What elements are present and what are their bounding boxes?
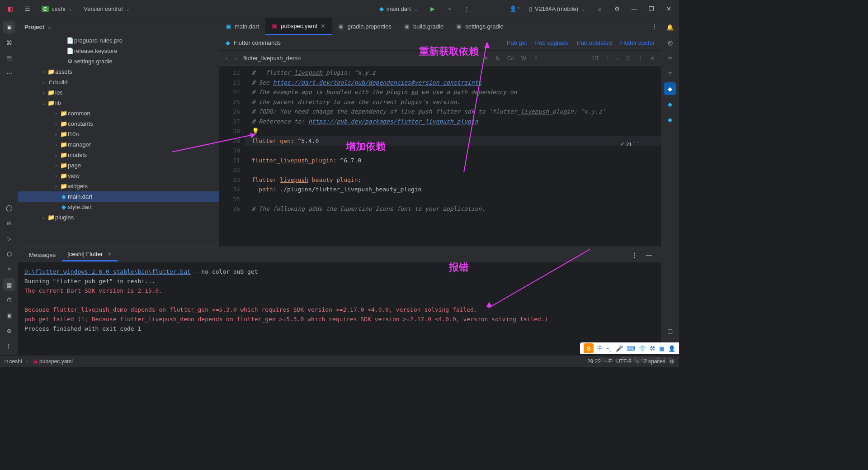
run-config-dropdown[interactable]: ◆ main.dart ⌄ <box>376 4 422 14</box>
run-tool-icon[interactable]: ▷ <box>3 232 15 245</box>
prev-match-icon[interactable]: ↑ <box>604 54 611 62</box>
chevron-right-icon[interactable]: › <box>224 54 229 62</box>
tree-item[interactable]: ⌄📁lib <box>18 98 219 108</box>
flutter-link[interactable]: Flutter doctor <box>620 39 655 46</box>
panel-options-icon[interactable]: ⋮ <box>627 248 641 261</box>
device-explorer-icon[interactable]: ▢ <box>664 324 676 337</box>
case-toggle[interactable]: Cc <box>505 54 516 62</box>
flutter-inspector-icon[interactable]: ◆ <box>664 82 676 95</box>
minimize-icon[interactable]: — <box>627 2 641 16</box>
ai-icon[interactable]: ◎ <box>664 36 676 49</box>
device-tool-icon[interactable]: ⎚ <box>3 217 15 229</box>
device-dropdown[interactable]: ▯ V2164A (mobile) ⌄ <box>525 4 590 14</box>
word-toggle[interactable]: W <box>519 54 528 62</box>
memory-icon[interactable]: ⊞ <box>670 358 675 365</box>
indent[interactable]: 2 spaces <box>644 358 665 365</box>
find-more-icon[interactable]: ⋮ <box>636 54 645 62</box>
bookmarks-tool-icon[interactable]: ▤ <box>3 52 15 64</box>
close-icon[interactable]: ✕ <box>321 23 326 29</box>
ime-lang[interactable]: 中 <box>597 344 603 352</box>
tree-item[interactable]: 📄release.keystore <box>18 46 219 56</box>
project-name-dropdown[interactable]: C ceshi ⌄ <box>38 4 76 14</box>
tree-item[interactable]: ›📁models <box>18 150 219 160</box>
version-control-dropdown[interactable]: Version control ⌄ <box>80 4 134 14</box>
project-panel-header[interactable]: Project ⌄ <box>18 18 219 35</box>
flutter-link[interactable]: Pub get <box>507 39 527 46</box>
editor-tab[interactable]: ▣gradle.properties <box>332 18 398 35</box>
messages-tab[interactable]: Messages <box>24 249 61 261</box>
notifications-icon[interactable]: 🔔 <box>664 21 676 33</box>
debug-icon[interactable]: ⌁ <box>443 2 457 16</box>
terminal-tool-icon[interactable]: ⏱ <box>3 294 15 306</box>
editor-tab[interactable]: ▣pubspec.yaml✕ <box>265 18 332 35</box>
controller-icon[interactable]: ◯ <box>3 201 15 214</box>
tree-item[interactable]: ›📁page <box>18 160 219 171</box>
messages-body[interactable]: D:\flutter_windows_2.8.0-stable\bin\flut… <box>18 262 661 355</box>
ime-user-icon[interactable]: 👤 <box>668 345 675 352</box>
search-icon[interactable]: ⌕ <box>593 2 607 16</box>
settings-icon[interactable]: ⚙ <box>610 2 624 16</box>
messages-tool-icon[interactable]: ▤ <box>3 278 15 291</box>
editor-tab[interactable]: ▣settings.gradle <box>450 18 510 35</box>
editor-tab[interactable]: ▣main.dart <box>219 18 265 35</box>
profiler-tool-icon[interactable]: ⌗ <box>3 263 15 275</box>
ime-skin-icon[interactable]: 👕 <box>639 345 646 352</box>
tree-item[interactable]: ›📁ios <box>18 87 219 98</box>
filter-icon[interactable]: ▽ <box>624 54 632 62</box>
build-tool-icon[interactable]: ▣ <box>3 309 15 322</box>
line-sep[interactable]: LF <box>605 358 612 365</box>
flutter-outline-icon[interactable]: ◆ <box>664 98 676 110</box>
project-tool-icon[interactable]: ▣ <box>3 21 15 33</box>
tree-item[interactable]: ›📁common <box>18 108 219 119</box>
main-menu-icon[interactable]: ☰ <box>21 2 34 16</box>
gradle-icon[interactable]: ⌗ <box>664 67 676 80</box>
flutter-perf-icon[interactable]: ◆ <box>664 113 676 126</box>
vcs-tool-icon[interactable]: ᚴ <box>3 340 15 352</box>
restore-icon[interactable]: ❐ <box>645 2 658 16</box>
tree-item[interactable]: ◆main.dart <box>18 191 219 202</box>
ime-voice-icon[interactable]: 🎤 <box>616 345 623 352</box>
ime-punct-icon[interactable]: •ˎ <box>607 345 612 352</box>
regex-toggle[interactable]: .* <box>532 54 539 62</box>
flutter-messages-tab[interactable]: [ceshi] Flutter ✕ <box>62 248 118 261</box>
encoding[interactable]: UTF-8 <box>616 358 632 365</box>
breadcrumb-file[interactable]: ▣ pubspec.yaml <box>33 358 73 365</box>
inspection-widget[interactable]: ✔ 21 ˆ ˅ <box>620 141 639 147</box>
tree-item[interactable]: ⚙settings.gradle <box>18 56 219 66</box>
breadcrumb-root[interactable]: □ ceshi <box>5 358 22 365</box>
structure-tool-icon[interactable]: ⌘ <box>3 36 15 49</box>
more-icon[interactable]: ⋮ <box>460 2 474 16</box>
problems-tool-icon[interactable]: ⊘ <box>3 324 15 337</box>
tree-item[interactable]: 📄proguard-rules.pro <box>18 35 219 46</box>
ime-bar[interactable]: S 中 •ˎ 🎤 ⌨ 👕 🛠 ▦ 👤 <box>580 342 679 354</box>
debug-tool-icon[interactable]: ⬡ <box>3 247 15 260</box>
next-match-icon[interactable]: ↓ <box>614 54 621 62</box>
clear-icon[interactable]: ✕ <box>482 54 490 62</box>
find-input[interactable] <box>243 55 478 62</box>
flutter-link[interactable]: Pub upgrade <box>535 39 569 46</box>
tree-item[interactable]: ›📁plugins <box>18 212 219 223</box>
close-find-icon[interactable]: ✕ <box>648 54 656 62</box>
tree-item[interactable]: ›🗀build <box>18 77 219 87</box>
flutter-link[interactable]: Pub outdated <box>577 39 612 46</box>
ime-tool-icon[interactable]: 🛠 <box>650 345 656 352</box>
tree-item[interactable]: ›📁widgets <box>18 181 219 191</box>
hide-panel-icon[interactable]: — <box>642 248 656 261</box>
tree-item[interactable]: ›📁l10n <box>18 129 219 139</box>
add-user-icon[interactable]: 👤⁺ <box>508 2 522 16</box>
tree-item[interactable]: ›📁assets <box>18 66 219 77</box>
close-icon[interactable]: ✕ <box>107 251 112 257</box>
editor-tab[interactable]: ▣build.gradle <box>398 18 450 35</box>
database-icon[interactable]: ≣ <box>664 52 676 64</box>
tree-item[interactable]: ›📁manager <box>18 139 219 150</box>
ime-box-icon[interactable]: ▦ <box>659 345 665 352</box>
readonly-icon[interactable]: ⌀ <box>636 358 639 365</box>
caret-pos[interactable]: 29:22 <box>587 358 601 365</box>
tab-options-icon[interactable]: ⋮ <box>647 20 661 33</box>
close-icon[interactable]: ✕ <box>662 2 675 16</box>
history-icon[interactable]: ↻ <box>494 54 502 62</box>
tree-item[interactable]: ◆style.dart <box>18 202 219 212</box>
more-tool-icon[interactable]: ⋯ <box>3 67 15 80</box>
run-icon[interactable]: ▶ <box>426 2 439 16</box>
ime-keyboard-icon[interactable]: ⌨ <box>627 345 635 352</box>
